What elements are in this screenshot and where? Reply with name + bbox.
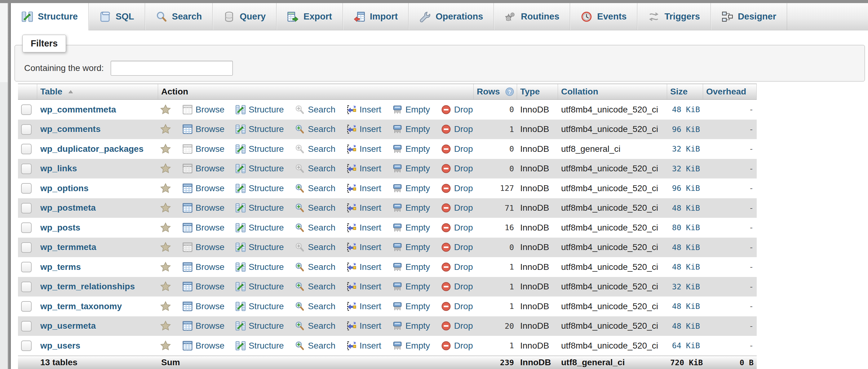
filter-word-input[interactable] bbox=[111, 61, 233, 76]
table-name-link[interactable]: wp_commentmeta bbox=[40, 105, 116, 114]
action-insert-link[interactable]: Insert bbox=[346, 183, 381, 194]
favorite-star-icon[interactable] bbox=[160, 262, 171, 273]
sort-header-overhead[interactable]: Overhead bbox=[703, 84, 757, 100]
action-empty-link[interactable]: Empty bbox=[392, 144, 430, 154]
tab-events[interactable]: Events bbox=[570, 3, 638, 30]
action-drop-link[interactable]: Drop bbox=[441, 242, 473, 253]
action-drop-link[interactable]: Drop bbox=[441, 203, 473, 213]
size-link[interactable]: 48 KiB bbox=[672, 204, 700, 212]
action-empty-link[interactable]: Empty bbox=[392, 242, 430, 253]
sort-header-collation[interactable]: Collation bbox=[558, 84, 667, 100]
action-structure-link[interactable]: Structure bbox=[235, 281, 284, 292]
table-name-link[interactable]: wp_users bbox=[40, 341, 80, 350]
action-empty-link[interactable]: Empty bbox=[392, 163, 430, 174]
action-structure-link[interactable]: Structure bbox=[235, 144, 284, 154]
action-search-link[interactable]: Search bbox=[294, 340, 335, 351]
favorite-star-icon[interactable] bbox=[160, 321, 171, 332]
action-search-link[interactable]: Search bbox=[294, 321, 335, 331]
action-search-link[interactable]: Search bbox=[294, 183, 335, 194]
action-insert-link[interactable]: Insert bbox=[346, 124, 381, 134]
action-empty-link[interactable]: Empty bbox=[392, 124, 430, 134]
action-drop-link[interactable]: Drop bbox=[441, 340, 473, 351]
favorite-star-icon[interactable] bbox=[160, 281, 171, 292]
action-drop-link[interactable]: Drop bbox=[441, 124, 473, 134]
action-empty-link[interactable]: Empty bbox=[392, 104, 430, 115]
action-search-link[interactable]: Search bbox=[294, 144, 335, 154]
action-search-link[interactable]: Search bbox=[294, 262, 335, 272]
action-empty-link[interactable]: Empty bbox=[392, 340, 430, 351]
favorite-star-icon[interactable] bbox=[160, 340, 171, 351]
table-name-link[interactable]: wp_links bbox=[40, 164, 77, 173]
action-search-link[interactable]: Search bbox=[294, 104, 335, 115]
favorite-star-icon[interactable] bbox=[160, 124, 171, 135]
row-checkbox[interactable] bbox=[21, 242, 32, 253]
row-checkbox[interactable] bbox=[21, 164, 32, 174]
action-browse-link[interactable]: Browse bbox=[182, 262, 224, 272]
size-link[interactable]: 48 KiB bbox=[672, 302, 700, 311]
action-browse-link[interactable]: Browse bbox=[182, 203, 224, 213]
table-name-link[interactable]: wp_options bbox=[40, 183, 89, 193]
action-insert-link[interactable]: Insert bbox=[346, 340, 381, 351]
row-checkbox[interactable] bbox=[21, 104, 32, 115]
action-insert-link[interactable]: Insert bbox=[346, 242, 381, 253]
size-link[interactable]: 64 KiB bbox=[672, 341, 700, 350]
action-search-link[interactable]: Search bbox=[294, 163, 335, 174]
table-name-link[interactable]: wp_term_relationships bbox=[40, 281, 135, 291]
action-drop-link[interactable]: Drop bbox=[441, 281, 473, 292]
favorite-star-icon[interactable] bbox=[160, 222, 171, 233]
action-browse-link[interactable]: Browse bbox=[182, 144, 224, 154]
table-name-link[interactable]: wp_postmeta bbox=[40, 203, 96, 212]
action-drop-link[interactable]: Drop bbox=[441, 223, 473, 233]
action-browse-link[interactable]: Browse bbox=[182, 340, 224, 351]
action-structure-link[interactable]: Structure bbox=[235, 124, 284, 134]
row-checkbox[interactable] bbox=[21, 262, 32, 272]
row-checkbox[interactable] bbox=[21, 183, 32, 194]
action-insert-link[interactable]: Insert bbox=[346, 144, 381, 154]
action-insert-link[interactable]: Insert bbox=[346, 281, 381, 292]
action-search-link[interactable]: Search bbox=[294, 301, 335, 312]
row-checkbox[interactable] bbox=[21, 203, 32, 213]
tab-export[interactable]: Export bbox=[277, 3, 343, 30]
action-empty-link[interactable]: Empty bbox=[392, 281, 430, 292]
rows-help-icon[interactable]: ? bbox=[505, 87, 514, 96]
action-empty-link[interactable]: Empty bbox=[392, 183, 430, 194]
action-browse-link[interactable]: Browse bbox=[182, 321, 224, 331]
row-checkbox[interactable] bbox=[21, 321, 32, 332]
favorite-star-icon[interactable] bbox=[160, 143, 171, 155]
size-link[interactable]: 32 KiB bbox=[672, 144, 700, 154]
action-structure-link[interactable]: Structure bbox=[235, 301, 284, 312]
action-browse-link[interactable]: Browse bbox=[182, 242, 224, 253]
action-structure-link[interactable]: Structure bbox=[235, 183, 284, 194]
action-structure-link[interactable]: Structure bbox=[235, 203, 284, 213]
tab-import[interactable]: Import bbox=[343, 3, 409, 30]
action-structure-link[interactable]: Structure bbox=[235, 321, 284, 331]
action-insert-link[interactable]: Insert bbox=[346, 104, 381, 115]
panel-resize-handle[interactable] bbox=[8, 3, 11, 369]
action-search-link[interactable]: Search bbox=[294, 281, 335, 292]
action-insert-link[interactable]: Insert bbox=[346, 223, 381, 233]
row-checkbox[interactable] bbox=[21, 144, 32, 154]
action-browse-link[interactable]: Browse bbox=[182, 163, 224, 174]
action-structure-link[interactable]: Structure bbox=[235, 163, 284, 174]
action-empty-link[interactable]: Empty bbox=[392, 223, 430, 233]
action-drop-link[interactable]: Drop bbox=[441, 104, 473, 115]
action-search-link[interactable]: Search bbox=[294, 203, 335, 213]
action-drop-link[interactable]: Drop bbox=[441, 301, 473, 312]
action-structure-link[interactable]: Structure bbox=[235, 262, 284, 272]
action-drop-link[interactable]: Drop bbox=[441, 144, 473, 154]
action-empty-link[interactable]: Empty bbox=[392, 262, 430, 272]
action-drop-link[interactable]: Drop bbox=[441, 183, 473, 194]
favorite-star-icon[interactable] bbox=[160, 163, 171, 174]
size-link[interactable]: 80 KiB bbox=[672, 223, 700, 232]
tab-routines[interactable]: Routines bbox=[494, 3, 570, 30]
action-browse-link[interactable]: Browse bbox=[182, 124, 224, 134]
table-name-link[interactable]: wp_terms bbox=[40, 262, 81, 272]
action-insert-link[interactable]: Insert bbox=[346, 203, 381, 213]
action-insert-link[interactable]: Insert bbox=[346, 262, 381, 272]
tab-designer[interactable]: Designer bbox=[711, 3, 787, 30]
action-search-link[interactable]: Search bbox=[294, 124, 335, 134]
table-name-link[interactable]: wp_term_taxonomy bbox=[40, 301, 122, 311]
tab-triggers[interactable]: Triggers bbox=[638, 3, 711, 30]
sort-header-size[interactable]: Size bbox=[667, 84, 703, 100]
table-name-link[interactable]: wp_duplicator_packages bbox=[40, 144, 144, 154]
